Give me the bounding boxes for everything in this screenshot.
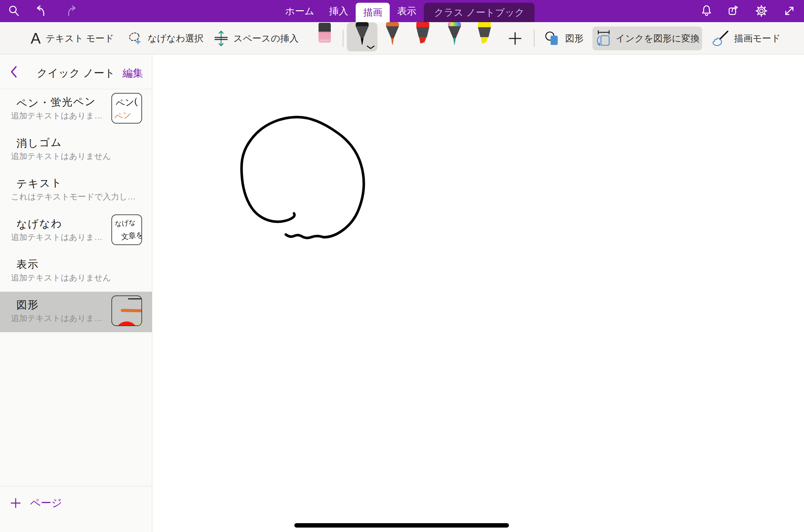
insert-space-icon — [214, 30, 228, 47]
insert-space-button[interactable]: スペースの挿入 — [214, 22, 299, 54]
home-indicator[interactable] — [294, 523, 509, 528]
thumbnail-ink-text: なげな — [114, 218, 136, 228]
pen-options-chevron-down-icon[interactable] — [367, 46, 375, 49]
search-icon[interactable] — [7, 4, 20, 17]
orange-pen-tool[interactable] — [384, 22, 401, 47]
sidebar-footer: ページ — [0, 486, 152, 532]
lasso-select-button[interactable]: なげなわ選択 — [127, 22, 204, 54]
shapes-icon — [544, 31, 560, 46]
page-thumbnail: なげな 文章を — [111, 214, 142, 245]
shapes-label: 図形 — [565, 32, 584, 45]
add-pen-plus-button[interactable] — [507, 31, 523, 46]
rainbow-pen-tool[interactable] — [446, 22, 463, 47]
add-page-button[interactable]: ページ — [10, 496, 62, 510]
page-subtitle: 追加テキストはありません — [11, 272, 111, 283]
page-subtitle: これはテキストモードで入力し… — [11, 191, 136, 202]
note-canvas[interactable] — [153, 54, 804, 532]
red-highlighter-tool[interactable] — [414, 22, 432, 47]
convert-ink-label: インクを図形に変換 — [616, 32, 699, 45]
page-title-handwritten: 表示 — [16, 257, 39, 272]
text-mode-button[interactable]: A テキスト モード — [31, 22, 114, 54]
edit-button[interactable]: 編集 — [123, 66, 143, 80]
page-thumbnail: ペン( ペン — [111, 93, 142, 124]
insert-space-label: スペースの挿入 — [233, 32, 299, 45]
shapes-button[interactable]: 図形 — [544, 22, 584, 54]
page-subtitle: 追加テキストはありま… — [11, 313, 103, 324]
onenote-app: ホーム 挿入 描画 表示 クラス ノートブック — [0, 0, 804, 532]
page-title-handwritten: 図形 — [16, 297, 39, 312]
page-list-item[interactable]: 消しゴム 追加テキストはありません — [0, 130, 152, 170]
yellow-highlighter-tool[interactable] — [476, 22, 493, 47]
convert-ink-icon — [595, 30, 611, 47]
page-title-handwritten: テキスト — [16, 176, 62, 191]
page-list-sidebar: クイック ノート 編集 ペン・蛍光ペン 追加テキストはありま… ペン( ペン 消… — [0, 54, 152, 532]
lasso-select-label: なげなわ選択 — [148, 32, 204, 45]
tab-insert[interactable]: 挿入 — [322, 0, 356, 22]
ribbon-tabs: ホーム 挿入 描画 表示 クラス ノートブック — [278, 0, 535, 22]
draw-ribbon: A テキスト モード なげなわ選択 スペースの挿入 — [0, 22, 804, 54]
text-mode-label: テキスト モード — [46, 32, 114, 45]
page-subtitle: 追加テキストはありま… — [11, 110, 103, 121]
page-list-item[interactable]: ペン・蛍光ペン 追加テキストはありま… ペン( ペン — [0, 89, 152, 130]
black-pen-tool-selected[interactable] — [347, 22, 377, 51]
thumbnail-ink-text: ペン — [113, 109, 133, 123]
black-pen-icon — [353, 22, 371, 47]
tab-home[interactable]: ホーム — [278, 0, 322, 22]
thumbnail-ink-text: 文章を — [121, 230, 142, 242]
ink-layer — [153, 54, 804, 532]
tab-class-notebook[interactable]: クラス ノートブック — [424, 3, 535, 22]
page-subtitle: 追加テキストはありません — [11, 151, 111, 162]
settings-gear-icon[interactable] — [755, 4, 768, 17]
page-title-handwritten: 消しゴム — [16, 135, 62, 150]
top-bar: ホーム 挿入 描画 表示 クラス ノートブック — [0, 0, 804, 22]
share-icon[interactable] — [728, 4, 741, 17]
notifications-bell-icon[interactable] — [701, 4, 714, 17]
page-title-handwritten: ペン・蛍光ペン — [16, 94, 96, 111]
draw-mode-button[interactable]: 描画モード — [711, 22, 780, 54]
fullscreen-expand-icon[interactable] — [783, 4, 796, 17]
ribbon-divider — [343, 30, 343, 47]
add-page-label: ページ — [30, 496, 62, 510]
page-list-item[interactable]: 表示 追加テキストはありません — [0, 251, 152, 292]
ink-stroke-circle — [242, 117, 364, 238]
page-list-item[interactable]: なげなわ 追加テキストはありま… なげな 文章を — [0, 211, 152, 251]
lasso-icon — [127, 31, 142, 46]
redo-icon[interactable] — [64, 4, 77, 17]
tab-view[interactable]: 表示 — [390, 0, 424, 22]
page-list-item[interactable]: テキスト これはテキストモードで入力し… — [0, 170, 152, 211]
page-thumbnail — [111, 295, 142, 326]
thumbnail-shapes-ink — [112, 296, 142, 326]
convert-ink-to-shape-button[interactable]: インクを図形に変換 — [592, 27, 702, 50]
tab-draw[interactable]: 描画 — [356, 3, 390, 22]
text-mode-icon: A — [31, 31, 41, 46]
page-title-handwritten: なげなわ — [16, 216, 62, 232]
draw-mode-hand-pen-icon — [711, 30, 729, 47]
page-list-item-selected[interactable]: 図形 追加テキストはありま… — [0, 292, 152, 332]
undo-icon[interactable] — [35, 4, 48, 17]
thumbnail-ink-text: ペン( — [115, 95, 138, 110]
ribbon-divider — [534, 30, 535, 47]
page-subtitle: 追加テキストはありま… — [11, 232, 103, 243]
sidebar-header: クイック ノート 編集 — [0, 54, 152, 89]
plus-icon — [10, 498, 21, 509]
eraser-tool[interactable] — [318, 23, 331, 44]
draw-mode-label: 描画モード — [734, 32, 780, 45]
